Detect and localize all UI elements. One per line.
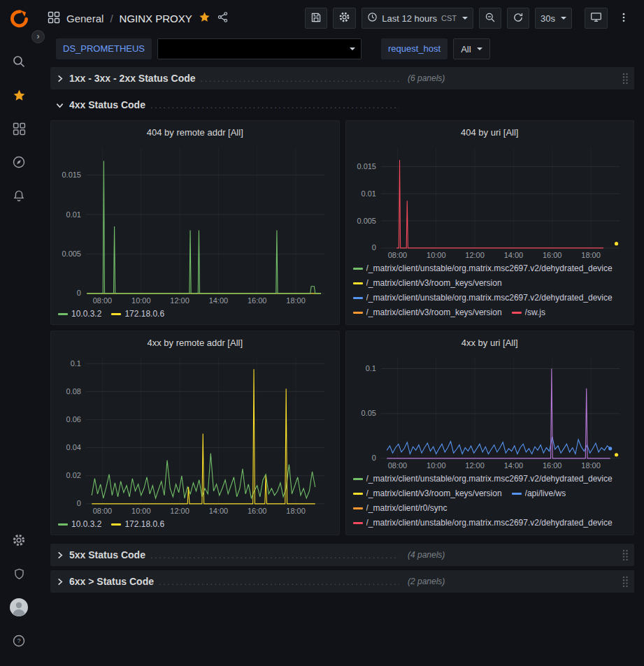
panel-title[interactable]: 404 by uri [All] bbox=[353, 125, 627, 142]
grafana-logo-icon[interactable] bbox=[10, 9, 29, 31]
sidebar-item-explore[interactable] bbox=[0, 147, 38, 180]
svg-text:18:00: 18:00 bbox=[286, 507, 305, 515]
svg-text:08:00: 08:00 bbox=[387, 251, 406, 259]
svg-text:14:00: 14:00 bbox=[503, 461, 522, 470]
legend-item[interactable]: /sw.js bbox=[512, 306, 545, 319]
sidebar-item-alerting[interactable] bbox=[0, 180, 38, 214]
row-drag-handle[interactable] bbox=[622, 549, 629, 561]
refresh-interval-picker[interactable]: 30s bbox=[535, 8, 572, 29]
svg-text:08:00: 08:00 bbox=[93, 296, 112, 305]
search-icon bbox=[12, 55, 26, 71]
dashboard-settings-button[interactable] bbox=[333, 8, 356, 29]
time-range-picker[interactable]: Last 12 hours CST bbox=[362, 8, 473, 29]
sidebar-expand-button[interactable]: › bbox=[31, 30, 45, 43]
svg-text:18:00: 18:00 bbox=[286, 296, 305, 305]
legend-label: /_matrix/client/unstable/org.matrix.msc2… bbox=[366, 293, 613, 303]
svg-text:08:00: 08:00 bbox=[93, 507, 112, 515]
timezone-label: CST bbox=[441, 14, 457, 22]
legend-item[interactable]: /_matrix/client/r0/sync bbox=[353, 502, 448, 514]
chevron-down-icon bbox=[350, 48, 355, 50]
svg-text:0.005: 0.005 bbox=[357, 217, 375, 225]
sidebar-item-search[interactable] bbox=[0, 46, 38, 80]
cycle-view-mode-button[interactable] bbox=[585, 8, 608, 29]
sidebar-item-server-admin[interactable] bbox=[0, 558, 38, 592]
svg-text:14:00: 14:00 bbox=[209, 507, 228, 515]
svg-text:16:00: 16:00 bbox=[542, 461, 561, 470]
legend-item[interactable]: 10.0.3.2 bbox=[58, 518, 101, 530]
dashboards-grid-icon bbox=[13, 122, 26, 138]
row-drag-handle[interactable] bbox=[622, 72, 629, 85]
legend-item[interactable]: /_matrix/client/unstable/org.matrix.msc2… bbox=[353, 472, 613, 485]
row-header-4xx[interactable]: 4xx Status Code ........................… bbox=[50, 94, 634, 116]
time-series-chart[interactable]: 08:0010:0012:0014:0016:0018:0000.020.040… bbox=[58, 352, 332, 516]
legend-item[interactable]: /_matrix/client/v3/room_keys/version bbox=[353, 277, 502, 289]
request-host-select[interactable]: All bbox=[453, 38, 489, 59]
svg-text:10:00: 10:00 bbox=[427, 461, 445, 470]
legend-label: /_matrix/client/r0/sync bbox=[366, 503, 448, 513]
legend-item[interactable]: /_matrix/client/unstable/org.matrix.msc2… bbox=[353, 291, 613, 304]
sidebar-item-configuration[interactable] bbox=[0, 525, 38, 558]
time-series-chart[interactable]: 08:0010:0012:0014:0016:0018:0000.0050.01… bbox=[58, 142, 332, 306]
svg-text:16:00: 16:00 bbox=[248, 507, 266, 515]
legend-item[interactable]: 172.18.0.6 bbox=[111, 518, 164, 530]
dashboard-grid-icon bbox=[48, 11, 60, 26]
gear-icon bbox=[338, 11, 350, 25]
refresh-button[interactable] bbox=[507, 8, 529, 29]
legend-item[interactable]: /_matrix/client/v3/room_keys/version bbox=[353, 306, 502, 319]
toolbar-actions: Last 12 hours CST 30s bbox=[305, 8, 634, 29]
more-options-button[interactable] bbox=[613, 8, 634, 29]
legend: /_matrix/client/unstable/org.matrix.msc2… bbox=[353, 471, 627, 530]
kebab-menu-icon bbox=[618, 12, 629, 25]
time-series-chart[interactable]: 08:0010:0012:0014:0016:0018:0000.050.1 bbox=[353, 352, 627, 471]
row-header-1xx-3xx-2xx[interactable]: 1xx - 3xx - 2xx Status Code ............… bbox=[50, 67, 634, 89]
svg-text:0.08: 0.08 bbox=[66, 387, 81, 396]
svg-text:0: 0 bbox=[371, 454, 375, 462]
sidebar-item-starred[interactable] bbox=[0, 80, 38, 113]
dot-leader: ........................................… bbox=[159, 577, 399, 587]
panel-title[interactable]: 404 by remote addr [All] bbox=[58, 125, 332, 142]
zoom-out-button[interactable] bbox=[479, 8, 501, 29]
row-drag-handle[interactable] bbox=[622, 575, 629, 588]
zoom-out-icon bbox=[485, 12, 496, 25]
legend-item[interactable]: 10.0.3.2 bbox=[58, 307, 101, 320]
row-header-5xx[interactable]: 5xx Status Code ........................… bbox=[50, 544, 634, 566]
save-dashboard-button[interactable] bbox=[305, 8, 327, 29]
dashboard-title[interactable]: NGINX PROXY bbox=[120, 13, 192, 24]
sidebar-item-profile[interactable] bbox=[0, 592, 38, 625]
sidebar-item-help[interactable]: ? bbox=[0, 625, 38, 659]
legend-item[interactable]: /_matrix/client/unstable/org.matrix.msc2… bbox=[353, 262, 613, 275]
help-icon: ? bbox=[12, 634, 26, 651]
row-panel-count: (6 panels) bbox=[408, 73, 445, 83]
favorite-star-icon[interactable] bbox=[199, 11, 210, 25]
legend-item[interactable]: 172.18.0.6 bbox=[111, 307, 164, 320]
panel-title[interactable]: 4xx by uri [All] bbox=[353, 335, 627, 352]
time-series-chart[interactable]: 08:0010:0012:0014:0016:0018:0000.0050.01… bbox=[353, 142, 627, 261]
row-header-6xx[interactable]: 6xx > Status Code ......................… bbox=[50, 570, 634, 593]
datasource-select[interactable] bbox=[157, 38, 362, 59]
svg-text:0.06: 0.06 bbox=[66, 415, 81, 424]
legend: 10.0.3.2172.18.0.6 bbox=[58, 306, 332, 320]
legend-label: 172.18.0.6 bbox=[124, 519, 164, 529]
panels-grid-4xx: 404 by remote addr [All] 08:0010:0012:00… bbox=[50, 120, 634, 535]
row-panel-count: (2 panels) bbox=[408, 577, 445, 586]
svg-text:12:00: 12:00 bbox=[170, 507, 189, 515]
legend-item[interactable]: /api/live/ws bbox=[512, 487, 566, 500]
chevron-down-icon bbox=[477, 48, 482, 50]
chevron-down-icon bbox=[56, 101, 64, 109]
share-icon[interactable] bbox=[217, 11, 229, 25]
legend-swatch bbox=[353, 478, 363, 480]
legend-swatch bbox=[58, 313, 68, 315]
legend-label: /_matrix/client/unstable/org.matrix.msc2… bbox=[366, 518, 613, 528]
save-icon bbox=[310, 12, 322, 25]
refresh-interval-label: 30s bbox=[541, 13, 555, 24]
panel-title[interactable]: 4xx by remote addr [All] bbox=[58, 335, 332, 352]
dot-leader: ........................................… bbox=[150, 100, 399, 110]
breadcrumb-folder[interactable]: General bbox=[66, 13, 103, 24]
legend-item[interactable]: /_matrix/client/unstable/org.matrix.msc2… bbox=[353, 516, 613, 529]
legend-item[interactable]: /_matrix/client/v3/room_keys/version bbox=[353, 487, 502, 500]
grafana-app: ? › General / NGINX PROXY bbox=[0, 0, 644, 666]
sidebar-item-dashboards[interactable] bbox=[0, 113, 38, 147]
svg-text:0: 0 bbox=[77, 499, 81, 507]
clock-icon bbox=[367, 12, 378, 24]
row-title: 1xx - 3xx - 2xx Status Code bbox=[69, 73, 196, 84]
